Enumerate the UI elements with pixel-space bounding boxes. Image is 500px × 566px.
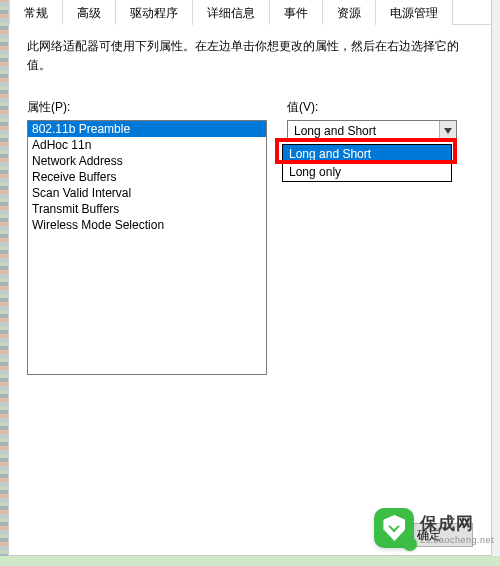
list-item[interactable]: Wireless Mode Selection	[28, 217, 266, 233]
chevron-down-icon	[444, 128, 452, 134]
property-listbox[interactable]: 802.11b Preamble AdHoc 11n Network Addre…	[27, 120, 267, 375]
tab-strip: 常规 高级 驱动程序 详细信息 事件 资源 电源管理	[9, 0, 491, 25]
list-item[interactable]: Receive Buffers	[28, 169, 266, 185]
decorative-left-strip	[0, 0, 8, 566]
tab-power[interactable]: 电源管理	[375, 0, 453, 25]
watermark-title: 保成网	[420, 512, 494, 535]
tab-details[interactable]: 详细信息	[192, 0, 270, 25]
properties-dialog: 常规 高级 驱动程序 详细信息 事件 资源 电源管理 此网络适配器可使用下列属性…	[8, 0, 492, 556]
tab-events[interactable]: 事件	[269, 0, 323, 25]
tab-driver[interactable]: 驱动程序	[115, 0, 193, 25]
dropdown-item[interactable]: Long and Short	[283, 145, 451, 163]
list-item[interactable]: Network Address	[28, 153, 266, 169]
tab-resources[interactable]: 资源	[322, 0, 376, 25]
tab-content-advanced: 此网络适配器可使用下列属性。在左边单击你想更改的属性，然后在右边选择它的值。 属…	[9, 25, 491, 555]
value-dropdown-list[interactable]: Long and Short Long only	[282, 144, 452, 182]
list-item[interactable]: AdHoc 11n	[28, 137, 266, 153]
combo-selected-text: Long and Short	[288, 124, 439, 138]
list-item[interactable]: Scan Valid Interval	[28, 185, 266, 201]
description-text: 此网络适配器可使用下列属性。在左边单击你想更改的属性，然后在右边选择它的值。	[27, 37, 473, 75]
watermark: 保成网 zs.baocheng.net	[374, 508, 494, 548]
tab-advanced[interactable]: 高级	[62, 0, 116, 25]
list-item[interactable]: Transmit Buffers	[28, 201, 266, 217]
tab-general[interactable]: 常规	[9, 0, 63, 25]
property-label: 属性(P):	[27, 99, 267, 116]
dropdown-item[interactable]: Long only	[283, 163, 451, 181]
watermark-subtitle: zs.baocheng.net	[420, 535, 494, 545]
value-label: 值(V):	[287, 99, 473, 116]
list-item[interactable]: 802.11b Preamble	[28, 121, 266, 137]
value-combobox[interactable]: Long and Short	[287, 120, 457, 142]
combo-dropdown-button[interactable]	[439, 121, 456, 141]
watermark-badge-icon	[374, 508, 414, 548]
decorative-bottom-strip	[0, 556, 500, 566]
